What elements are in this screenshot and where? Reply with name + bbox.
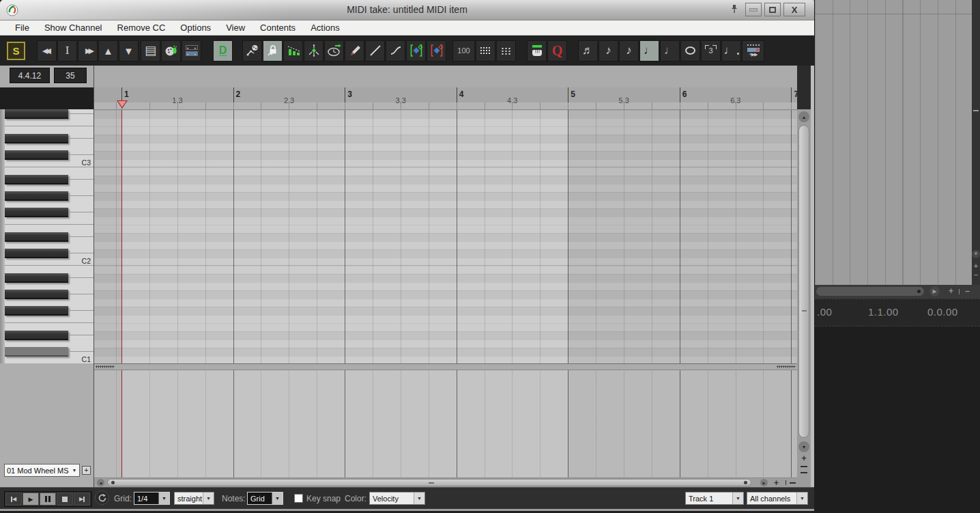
menu-options[interactable]: Options — [173, 23, 218, 33]
repeat-button[interactable] — [95, 490, 109, 505]
curved-ramp-cc-button[interactable] — [427, 40, 446, 61]
piano-black-key[interactable] — [5, 249, 68, 258]
hscroll-thumb[interactable] — [107, 479, 751, 486]
key-snap-checkbox[interactable] — [294, 494, 303, 503]
piano-black-key[interactable] — [5, 150, 68, 160]
cc-lane-selector[interactable]: 01 Mod Wheel MS ▼ — [4, 464, 80, 477]
swing-select[interactable]: straight▼ — [174, 492, 214, 505]
scroll-up-button[interactable]: ▲ — [798, 111, 809, 122]
piano-black-key[interactable] — [5, 208, 68, 217]
pin-button[interactable] — [726, 3, 743, 16]
arrange-hscroll-thumb[interactable] — [816, 287, 924, 296]
cc-lane-combo-button[interactable]: ◂▸ ◂▸ — [182, 40, 201, 61]
note-length-quarter-button[interactable]: ♩ — [639, 40, 659, 61]
vertical-scrollbar[interactable]: ▲ ▼ + — [797, 109, 811, 478]
track-select[interactable]: Track 1▼ — [685, 492, 744, 505]
stop-button[interactable] — [57, 493, 73, 505]
piano-keys[interactable]: C3C2C1 — [0, 109, 93, 363]
piano-black-key[interactable] — [5, 175, 68, 184]
linear-ramp-cc-button[interactable] — [406, 40, 426, 61]
step-back-button[interactable]: ◀◀ — [37, 40, 57, 61]
quantize-toggle-button[interactable]: Q — [547, 40, 567, 61]
titlebar[interactable]: MIDI take: untitled MIDI item X — [0, 0, 814, 20]
zoom-out-vertical-button[interactable]: – — [972, 271, 980, 279]
hzoom-in-button[interactable]: + — [774, 478, 779, 488]
edit-cursor-marker[interactable] — [117, 100, 128, 109]
position-bar-beat-display[interactable]: 4.4.12 — [10, 68, 50, 83]
vscroll-thumb[interactable] — [798, 125, 809, 438]
quantize-strength-button[interactable]: 100 — [452, 40, 475, 61]
close-button[interactable]: X — [783, 3, 805, 16]
pause-button[interactable] — [40, 493, 56, 505]
note-dotted-button[interactable]: ♩ — [721, 40, 741, 61]
lane-splitter[interactable] — [94, 363, 797, 370]
note-length-whole-button[interactable] — [680, 40, 700, 61]
splitter-grip-left[interactable] — [96, 365, 115, 368]
piano-black-key[interactable] — [5, 232, 68, 242]
piano-black-key[interactable] — [5, 191, 68, 201]
note-length-select[interactable]: Grid▼ — [247, 492, 283, 505]
horizontal-scrollbar[interactable]: ◀ ▶ + — [94, 478, 811, 487]
zoom-out-button[interactable] — [801, 466, 807, 467]
menu-file[interactable]: File — [8, 23, 37, 33]
menu-remove-cc[interactable]: Remove CC — [110, 23, 173, 33]
arrange-view[interactable] — [815, 0, 972, 285]
piano-black-key[interactable] — [5, 290, 68, 299]
step-insert-button[interactable]: +▶▶ — [742, 40, 764, 61]
arrange-scroll-right-button[interactable]: ▶ — [929, 286, 940, 296]
menu-contents[interactable]: Contents — [253, 23, 303, 33]
piano-black-key[interactable] — [5, 347, 68, 357]
piano-black-key[interactable] — [5, 134, 68, 143]
scroll-menu-button[interactable]: ▼ — [972, 250, 980, 258]
splitter-grip-right[interactable] — [777, 365, 796, 368]
channel-select[interactable]: All channels▼ — [747, 492, 808, 505]
scroll-down-button[interactable]: ▼ — [798, 441, 809, 452]
select-cc-events-button[interactable] — [242, 40, 262, 61]
velocity-hand-button[interactable] — [527, 40, 547, 61]
go-to-end-button[interactable]: ▶ — [74, 493, 90, 505]
note-length-sixteenth-button[interactable]: ♬ — [578, 40, 598, 61]
play-button[interactable]: ▶ — [23, 493, 39, 505]
arrange-zoom-out-button[interactable]: – — [962, 286, 972, 296]
note-grid[interactable] — [94, 109, 797, 363]
event-list-view-button[interactable]: ▤ — [141, 40, 160, 61]
hzoom-out-button[interactable] — [790, 482, 796, 484]
cc-ramp-bars-button[interactable] — [283, 40, 303, 61]
color-notes-button[interactable] — [161, 40, 181, 61]
position-value-display[interactable]: 35 — [54, 68, 87, 83]
pencil-tool-button[interactable] — [345, 40, 364, 61]
cc-edit-lock-button[interactable] — [263, 40, 283, 61]
spread-events-button[interactable] — [304, 40, 323, 61]
scroll-left-button[interactable]: ◀ — [97, 479, 104, 486]
move-down-button[interactable]: ▼ — [119, 40, 139, 61]
piano-black-key[interactable] — [5, 331, 68, 340]
piano-black-key[interactable] — [5, 273, 68, 283]
main-transport[interactable]: .00 1.1.00 0.0.00 — [815, 299, 980, 327]
curve-tool-button[interactable] — [386, 40, 405, 61]
go-to-start-button[interactable]: ◀ — [5, 493, 22, 505]
arrange-zoom-in-button[interactable]: + — [946, 286, 956, 296]
quantize-grid-button[interactable] — [476, 40, 495, 61]
note-length-eighth-button[interactable]: ♪ — [599, 40, 618, 61]
add-cc-lane-button[interactable]: + — [82, 466, 91, 475]
piano-black-key[interactable] — [5, 306, 68, 316]
piano-black-key[interactable] — [5, 109, 68, 119]
note-length-eighth-alt-button[interactable]: ♪ — [619, 40, 639, 61]
color-mode-select[interactable]: Velocity▼ — [369, 492, 425, 505]
maximize-button[interactable] — [764, 3, 781, 16]
arrange-hscrollbar[interactable]: ▶ + – — [815, 285, 980, 299]
move-up-button[interactable]: ▲ — [98, 40, 118, 61]
line-tool-button[interactable] — [365, 40, 385, 61]
menu-view[interactable]: View — [218, 23, 253, 33]
scroll-right-button[interactable]: ▶ — [760, 479, 768, 486]
dock-window-button[interactable]: D — [213, 40, 233, 61]
zoom-in-button[interactable]: + — [797, 453, 811, 463]
minimize-button[interactable] — [745, 3, 762, 16]
grid-size-select[interactable]: 1/4▼ — [134, 492, 170, 505]
swing-grid-button[interactable] — [496, 40, 516, 61]
timeline-ruler[interactable]: 11.322.333.344.355.366.37 — [94, 87, 797, 109]
splitter-grip[interactable] — [973, 110, 979, 111]
menu-actions[interactable]: Actions — [303, 23, 347, 33]
zoom-out-button2[interactable] — [801, 472, 807, 473]
cc-lane-grid[interactable] — [94, 370, 797, 478]
